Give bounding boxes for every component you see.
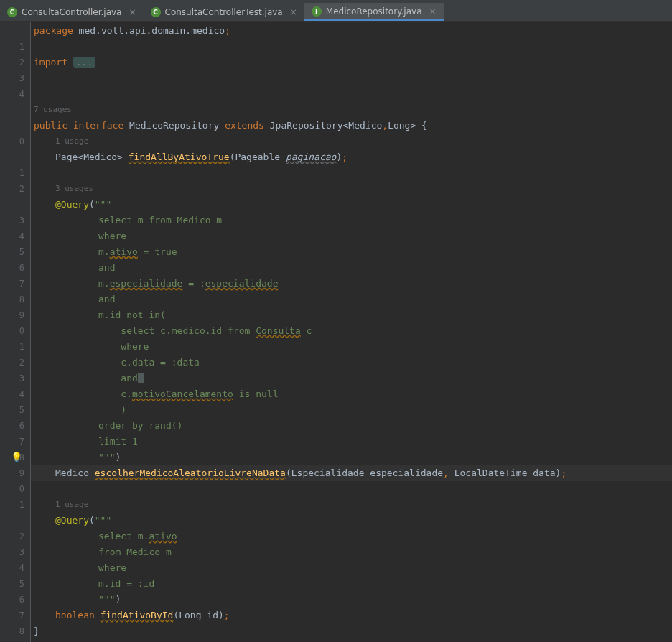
close-icon[interactable]: ×	[429, 6, 436, 17]
code-line: where	[31, 228, 672, 244]
code-line: )	[31, 402, 672, 418]
usage-hint[interactable]: 7 usages	[31, 102, 672, 118]
tab-medico-repository[interactable]: I MedicoRepository.java ×	[304, 3, 444, 21]
code-line	[31, 86, 672, 102]
editor-area: 1234 0 12 3456789012345678901 2345678901…	[0, 22, 672, 642]
usage-hint[interactable]: 3 usages	[31, 181, 672, 197]
code-line: and	[31, 292, 672, 307]
code-line: where	[31, 560, 672, 576]
code-line: Page<Medico> findAllByAtivoTrue(Pageable…	[31, 149, 672, 165]
code-line: import ...	[31, 55, 672, 70]
code-area[interactable]: package med.voll.api.domain.medico; impo…	[30, 22, 672, 642]
class-icon: C	[7, 7, 17, 17]
code-line	[31, 70, 672, 86]
fold-indicator[interactable]: ...	[73, 57, 95, 68]
code-line: 💡""")	[31, 450, 672, 465]
tab-label: MedicoRepository.java	[326, 6, 422, 17]
tab-consulta-controller[interactable]: C ConsultaController.java ×	[0, 3, 144, 21]
code-line: limit 1	[31, 434, 672, 450]
code-line: @Query("""	[31, 513, 672, 529]
code-line: select c.medico.id from Consulta c	[31, 323, 672, 339]
tab-label: ConsultaControllerTest.java	[165, 7, 283, 17]
close-icon[interactable]: ×	[290, 7, 297, 17]
class-icon: C	[151, 7, 161, 17]
close-icon[interactable]: ×	[129, 7, 136, 17]
code-line: """)	[31, 592, 672, 608]
tab-label: ConsultaController.java	[22, 7, 121, 17]
code-line	[31, 165, 672, 181]
code-line: from Medico m	[31, 544, 672, 560]
code-line	[31, 639, 672, 642]
code-line: select m from Medico m	[31, 213, 672, 228]
code-line: package med.voll.api.domain.medico;	[31, 23, 672, 39]
code-line: and	[31, 260, 672, 276]
line-gutter: 1234 0 12 3456789012345678901 2345678901	[0, 22, 30, 642]
code-line: c.data = :data	[31, 355, 672, 371]
editor-tabs: C ConsultaController.java × C ConsultaCo…	[0, 0, 672, 22]
usage-hint[interactable]: 1 usage	[31, 134, 672, 149]
code-line: public interface MedicoRepository extend…	[31, 118, 672, 134]
interface-icon: I	[312, 6, 322, 17]
code-line	[31, 481, 672, 497]
code-line: Medico escolherMedicoAleatorioLivreNaDat…	[31, 465, 672, 481]
code-line: }	[31, 623, 672, 639]
usage-hint[interactable]: 1 usage	[31, 497, 672, 513]
tab-consulta-controller-test[interactable]: C ConsultaControllerTest.java ×	[144, 3, 304, 21]
code-line: m.id not in(	[31, 307, 672, 323]
code-line: m.id = :id	[31, 576, 672, 592]
code-line: c.motivoCancelamento is null	[31, 386, 672, 402]
code-line: @Query("""	[31, 197, 672, 213]
code-line: where	[31, 339, 672, 355]
code-line: and	[31, 371, 672, 386]
lightbulb-icon[interactable]: 💡	[11, 450, 21, 460]
code-line: select m.ativo	[31, 529, 672, 544]
code-line	[31, 39, 672, 55]
code-line: order by rand()	[31, 418, 672, 434]
code-line: m.especialidade = :especialidade	[31, 276, 672, 292]
code-line: m.ativo = true	[31, 244, 672, 260]
code-line: boolean findAtivoById(Long id);	[31, 608, 672, 623]
